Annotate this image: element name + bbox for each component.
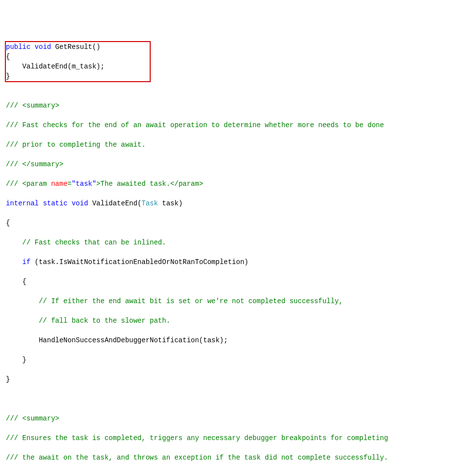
code-comment: // fall back to the slower path. xyxy=(6,316,470,326)
code-line: public void GetResult() xyxy=(6,42,150,52)
xmldoc-param: /// <param name="task">The awaited task.… xyxy=(6,179,470,189)
code-line: } xyxy=(6,375,470,384)
highlight-box-getresult: public void GetResult() { ValidateEnd(m_… xyxy=(5,41,151,82)
xmldoc-line: /// Fast checks for the end of an await … xyxy=(6,120,470,130)
code-line: ValidateEnd(m_task); xyxy=(6,62,150,71)
xmldoc-line: /// prior to completing the await. xyxy=(6,140,470,150)
code-line: HandleNonSuccessAndDebuggerNotification(… xyxy=(6,335,470,345)
xmldoc-summary-close: /// </summary> xyxy=(6,159,470,169)
code-blank xyxy=(6,81,470,91)
code-comment: // Fast checks that can be inlined. xyxy=(6,238,470,247)
xmldoc-line: /// Ensures the task is completed, trigg… xyxy=(6,433,470,443)
method-signature-validateend: internal static void ValidateEnd(Task ta… xyxy=(6,198,470,208)
xmldoc-summary-open: /// <summary> xyxy=(6,101,470,110)
code-line: { xyxy=(6,277,470,287)
code-comment: // If either the end await bit is set or… xyxy=(6,296,470,306)
code-line: { xyxy=(6,218,470,228)
code-line: if (task.IsWaitNotificationEnabledOrNotR… xyxy=(6,257,470,267)
code-blank xyxy=(6,394,470,404)
code-line: } xyxy=(6,355,470,365)
xmldoc-summary-open: /// <summary> xyxy=(6,414,470,423)
code-line: } xyxy=(6,71,150,81)
xmldoc-line: /// the await on the task, and throws an… xyxy=(6,453,470,463)
code-line: { xyxy=(6,52,150,62)
